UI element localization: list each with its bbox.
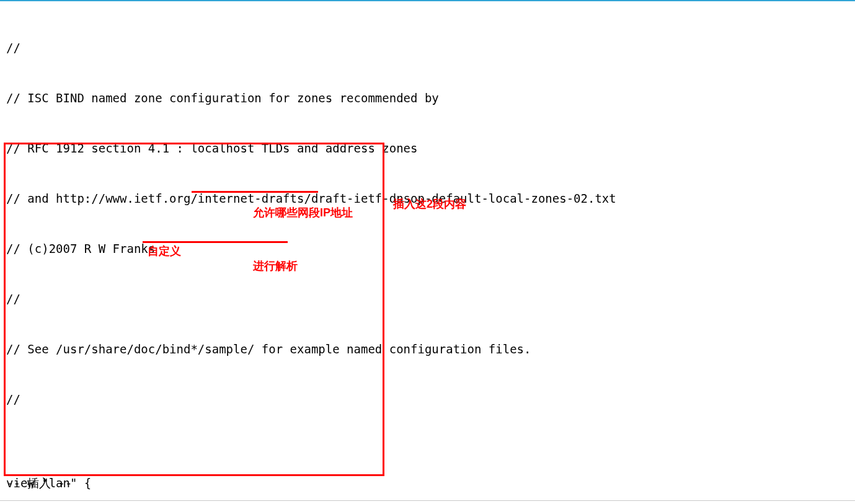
- vim-mode-indicator: -- 插入 --: [6, 476, 72, 493]
- annotation-custom: 自定义: [148, 244, 181, 258]
- annotation-resolve: 进行解析: [253, 259, 298, 273]
- annotation-allow-subnet: 允许哪些网段IP地址: [253, 206, 353, 219]
- comment-line: //: [6, 40, 855, 56]
- comment-line: //: [6, 391, 855, 408]
- comment-line: // See /usr/share/doc/bind*/sample/ for …: [6, 341, 855, 358]
- comment-line: // (c)2007 R W Franks: [6, 241, 855, 257]
- comment-line: // RFC 1912 section 4.1 : localhost TLDs…: [6, 140, 855, 157]
- editor-area[interactable]: // // ISC BIND named zone configuration …: [0, 1, 855, 504]
- code-line: view "lan" {: [6, 475, 855, 492]
- comment-line: //: [6, 291, 855, 307]
- comment-line: // ISC BIND named zone configuration for…: [6, 90, 855, 107]
- annotation-insert-two: 插入这2段内容: [393, 197, 466, 211]
- bottom-rule: [0, 500, 855, 501]
